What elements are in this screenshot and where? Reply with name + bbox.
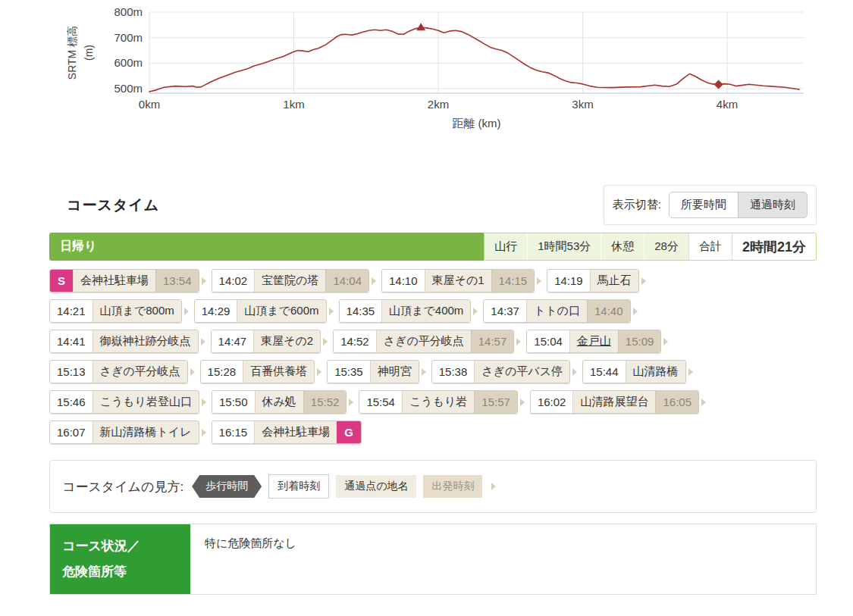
chip-arrow-icon bbox=[202, 399, 206, 406]
legend-departure-time-badge: 出発時刻 bbox=[423, 475, 482, 498]
departure-time: 15:09 bbox=[618, 330, 661, 352]
summary-total-value: 2時間21分 bbox=[732, 233, 816, 260]
course-chip: 14:37トトの口14:40 bbox=[483, 299, 630, 323]
x-tick-label: 1km bbox=[283, 98, 304, 111]
place-name: 山頂まで400m bbox=[381, 300, 470, 322]
place-name: 会神社駐車場 bbox=[254, 421, 337, 443]
course-chip: 14:47東屋その2 bbox=[211, 330, 321, 353]
chip-arrow-icon bbox=[190, 368, 195, 376]
course-chip: 15:04金戸山15:09 bbox=[526, 330, 661, 353]
chip-arrow-icon bbox=[317, 368, 321, 376]
arrival-time: 14:02 bbox=[212, 270, 255, 292]
page-title: コースタイム bbox=[49, 185, 159, 215]
summary-total-label: 合計 bbox=[688, 233, 732, 260]
arrival-time: 14:19 bbox=[547, 270, 590, 292]
chip-arrow-icon bbox=[491, 483, 496, 490]
day-trip-label: 日帰り bbox=[49, 233, 484, 261]
y-tick-label: 700m bbox=[114, 31, 143, 44]
course-time-row: 15:13さぎの平分岐点15:28百番供養塔15:35神明宮15:38さぎの平バ… bbox=[49, 360, 817, 383]
departure-time: 14:57 bbox=[471, 330, 514, 352]
course-status-label-line1: コース状況／ bbox=[62, 533, 178, 559]
chip-arrow-icon bbox=[202, 429, 206, 436]
arrival-time: 14:52 bbox=[334, 330, 376, 352]
arrival-time: 14:10 bbox=[382, 270, 425, 292]
place-name: さぎの平バス停 bbox=[474, 361, 569, 383]
arrival-time: 16:02 bbox=[531, 391, 573, 413]
place-name: 山清路橋 bbox=[626, 361, 685, 383]
start-badge: S bbox=[50, 270, 73, 292]
departure-time: 15:52 bbox=[303, 391, 347, 413]
course-status-label-line2: 危険箇所等 bbox=[62, 559, 178, 585]
x-tick-label: 4km bbox=[717, 98, 738, 111]
course-chip: 15:35神明宮 bbox=[327, 360, 419, 383]
course-chip: 15:44山清路橋 bbox=[582, 360, 686, 383]
display-toggle: 表示切替: 所要時間通過時刻 bbox=[604, 185, 817, 225]
course-chip: 16:02山清路展望台16:05 bbox=[530, 390, 699, 414]
course-chip: S会神社駐車場13:54 bbox=[49, 269, 199, 292]
chip-arrow-icon bbox=[473, 308, 478, 315]
place-name: 東屋その2 bbox=[253, 330, 320, 352]
place-name: 新山清路橋トイレ bbox=[93, 421, 199, 443]
place-name: 山頂まで600m bbox=[237, 300, 325, 322]
toggle-passing-time-button[interactable]: 通過時刻 bbox=[738, 192, 808, 218]
place-name: こうもり岩 bbox=[402, 391, 474, 413]
arrival-time: 14:37 bbox=[484, 300, 526, 322]
place-name: 馬止石 bbox=[590, 270, 638, 292]
arrival-time: 15:50 bbox=[212, 391, 255, 413]
chip-arrow-icon bbox=[641, 277, 646, 285]
x-tick-label: 2km bbox=[428, 98, 449, 111]
course-chip: 15:46こうもり岩登山口 bbox=[49, 390, 199, 414]
arrival-time: 15:54 bbox=[359, 391, 402, 413]
x-tick-label: 3km bbox=[572, 98, 593, 111]
chip-arrow-icon bbox=[372, 277, 376, 285]
place-name: 山清路展望台 bbox=[572, 391, 655, 413]
day-summary-row: 日帰り 山行 1時間53分 休憩 28分 合計 2時間21分 bbox=[49, 233, 817, 261]
y-axis-label-unit: (m) bbox=[83, 45, 95, 61]
chip-arrow-icon bbox=[537, 277, 541, 285]
place-name: 休み処 bbox=[255, 391, 303, 413]
arrival-time: 14:21 bbox=[50, 300, 93, 322]
arrival-time: 14:47 bbox=[212, 330, 254, 352]
chip-arrow-icon bbox=[516, 338, 521, 346]
summary-walk-value: 1時間53分 bbox=[527, 233, 601, 260]
departure-time: 14:04 bbox=[325, 270, 368, 292]
summary-rest-value: 28分 bbox=[644, 233, 688, 260]
course-time-row: 14:21山頂まで800m14:29山頂まで600m14:35山頂まで400m1… bbox=[49, 299, 817, 323]
course-time-header: コースタイム 表示切替: 所要時間通過時刻 bbox=[49, 185, 817, 225]
toggle-required-time-button[interactable]: 所要時間 bbox=[669, 192, 739, 218]
course-time-row: 15:46こうもり岩登山口15:50休み処15:5215:54こうもり岩15:5… bbox=[49, 390, 817, 414]
arrival-time: 15:46 bbox=[50, 391, 93, 413]
x-tick-label: 0km bbox=[139, 98, 160, 111]
departure-time: 16:05 bbox=[655, 391, 698, 413]
place-name[interactable]: 金戸山 bbox=[569, 330, 618, 352]
arrival-time: 14:35 bbox=[340, 300, 382, 322]
course-time-row: S会神社駐車場13:5414:02宝筐院の塔14:0414:10東屋その114:… bbox=[49, 269, 817, 292]
chip-arrow-icon bbox=[349, 399, 353, 406]
x-axis-label: 距離 (km) bbox=[452, 117, 500, 130]
chip-arrow-icon bbox=[422, 368, 426, 376]
place-name: さぎの平分岐点 bbox=[93, 361, 187, 383]
waypoint-marker-icon bbox=[714, 80, 723, 89]
course-chip: 15:28百番供養塔 bbox=[200, 360, 315, 383]
y-tick-label: 800m bbox=[114, 5, 143, 18]
legend-arrival-time-badge: 到着時刻 bbox=[268, 474, 329, 499]
summary-rest-label: 休憩 bbox=[601, 233, 644, 260]
chip-arrow-icon bbox=[201, 338, 205, 346]
course-chip: 15:13さぎの平分岐点 bbox=[49, 360, 188, 383]
place-name: 会神社駐車場 bbox=[73, 270, 155, 292]
course-time-legend: コースタイムの見方: 歩行時間 到着時刻 通過点の地名 出発時刻 bbox=[49, 460, 817, 513]
departure-time: 14:40 bbox=[587, 300, 630, 322]
course-chip: 14:29山頂まで600m bbox=[194, 299, 327, 323]
elevation-profile-section: 500m600m700m800m0km1km2km3km4km距離 (km)SR… bbox=[0, 0, 853, 138]
course-time-row: 14:41御嶽神社跡分岐点14:47東屋その214:52さぎの平分岐点14:57… bbox=[49, 330, 817, 353]
course-time-section: コースタイム 表示切替: 所要時間通過時刻 日帰り 山行 1時間53分 休憩 2… bbox=[49, 185, 817, 595]
departure-time: 14:15 bbox=[491, 270, 535, 292]
time-summary: 山行 1時間53分 休憩 28分 合計 2時間21分 bbox=[484, 233, 817, 261]
course-chip: 15:54こうもり岩15:57 bbox=[359, 390, 518, 414]
arrival-time: 15:28 bbox=[201, 361, 243, 383]
y-tick-label: 500m bbox=[114, 82, 143, 95]
toggle-label: 表示切替: bbox=[613, 198, 661, 212]
arrival-time: 15:38 bbox=[432, 361, 475, 383]
arrival-time: 14:29 bbox=[195, 300, 237, 322]
departure-time: 13:54 bbox=[155, 270, 199, 292]
